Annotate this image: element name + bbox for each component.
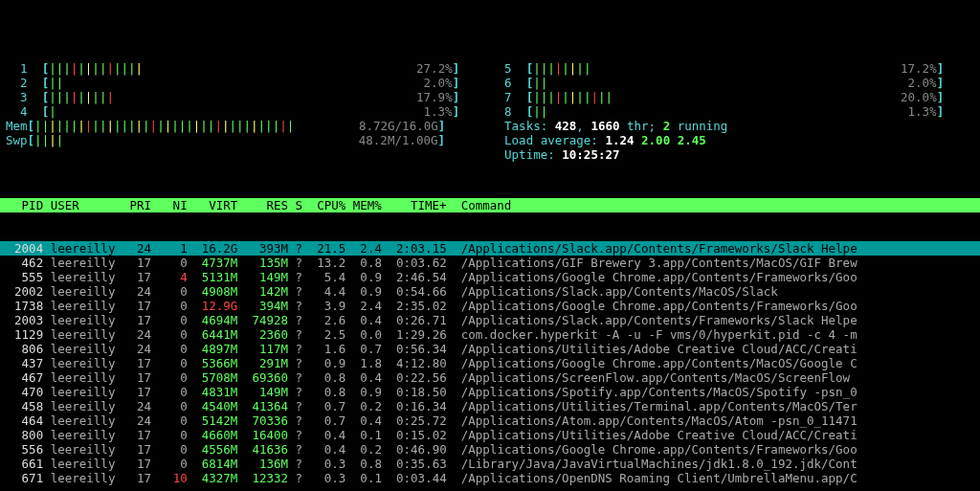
process-row[interactable]: 2002 leereilly 24 0 4908M 142M ? 4.4 0.9… [0,284,980,299]
process-row[interactable]: 556 leereilly 17 0 4556M 41636 ? 0.4 0.2… [0,442,980,457]
process-table-header[interactable]: PID USER PRI NI VIRT RES S CPU% MEM% TIM… [0,198,980,212]
process-row[interactable]: 467 leereilly 17 0 5708M 69360 ? 0.8 0.4… [0,370,980,385]
process-row[interactable]: 470 leereilly 17 0 4831M 149M ? 0.8 0.9 … [0,385,980,399]
process-row[interactable]: 555 leereilly 17 4 5131M 149M ? 5.4 0.9 … [0,270,980,284]
process-table[interactable]: 2004 leereilly 24 1 16.2G 393M ? 21.5 2.… [0,241,980,485]
process-row[interactable]: 2003 leereilly 17 0 4694M 74928 ? 2.6 0.… [0,313,980,327]
process-row[interactable]: 806 leereilly 24 0 4897M 117M ? 1.6 0.7 … [0,342,980,356]
process-row[interactable]: 671 leereilly 17 10 4327M 12332 ? 0.3 0.… [0,471,980,485]
meters-panel: 1 [||||||||||||| 27.2%] 2 [|| 2.0%] 3 [|… [0,57,980,169]
process-row[interactable]: 464 leereilly 24 0 5142M 70336 ? 0.7 0.4… [0,413,980,428]
process-row[interactable]: 1129 leereilly 24 0 6441M 2360 ? 2.5 0.0… [0,327,980,342]
process-row[interactable]: 2004 leereilly 24 1 16.2G 393M ? 21.5 2.… [0,241,980,256]
process-row[interactable]: 661 leereilly 17 0 6814M 136M ? 0.3 0.8 … [0,457,980,471]
process-row[interactable]: 458 leereilly 24 0 4540M 41364 ? 0.7 0.2… [0,399,980,413]
process-row[interactable]: 462 leereilly 17 0 4737M 135M ? 13.2 0.8… [0,256,980,270]
process-row[interactable]: 1738 leereilly 17 0 12.9G 394M ? 3.9 2.4… [0,299,980,313]
process-row[interactable]: 800 leereilly 17 0 4660M 16400 ? 0.4 0.1… [0,428,980,442]
process-row[interactable]: 437 leereilly 17 0 5366M 291M ? 0.9 1.8 … [0,356,980,370]
